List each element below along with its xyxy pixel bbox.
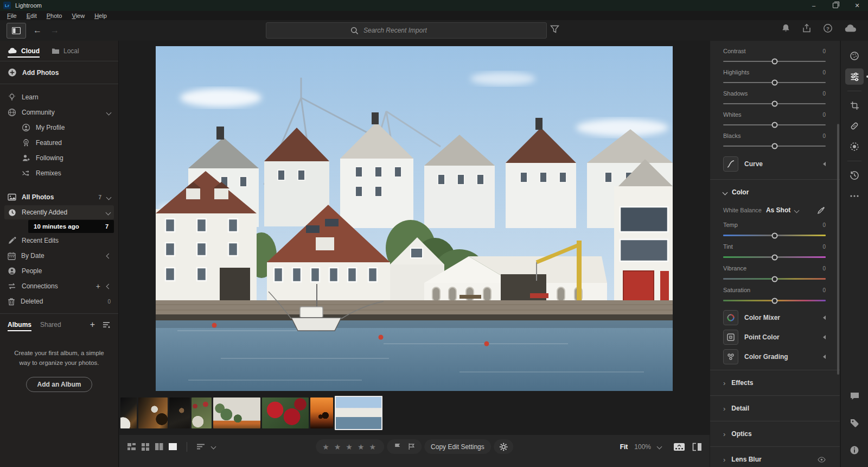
color-grading-button[interactable]: Color Grading bbox=[723, 347, 826, 367]
section-detail[interactable]: › Detail bbox=[723, 396, 826, 421]
curve-button[interactable]: Curve bbox=[723, 154, 826, 174]
versions-icon[interactable] bbox=[845, 167, 864, 184]
menu-file[interactable]: File bbox=[2, 12, 22, 19]
section-lens-blur[interactable]: › Lens Blur bbox=[723, 447, 826, 467]
sidebar-item-people[interactable]: People bbox=[0, 263, 118, 279]
star-icon[interactable]: ★ bbox=[346, 443, 354, 451]
slider-knob[interactable] bbox=[771, 122, 777, 128]
contrast-slider[interactable] bbox=[723, 61, 826, 62]
sort-icon[interactable] bbox=[196, 443, 206, 450]
minimize-button[interactable]: – bbox=[803, 0, 825, 11]
white-balance-value[interactable]: As Shot bbox=[766, 206, 790, 214]
add-album-icon[interactable]: + bbox=[90, 320, 95, 330]
sidebar-item-my-profile[interactable]: My Profile bbox=[0, 120, 118, 135]
square-grid-view-icon[interactable] bbox=[141, 443, 150, 451]
chevron-left-icon[interactable] bbox=[106, 283, 112, 289]
section-effects[interactable]: › Effects bbox=[723, 370, 826, 395]
tab-local[interactable]: Local bbox=[52, 41, 79, 61]
sidebar-item-learn[interactable]: Learn bbox=[0, 90, 118, 105]
menu-help[interactable]: Help bbox=[90, 12, 112, 19]
slider-knob[interactable] bbox=[771, 59, 777, 65]
sidebar-item-featured[interactable]: Featured bbox=[0, 135, 118, 150]
whites-slider[interactable] bbox=[723, 124, 826, 125]
expand-left-icon[interactable] bbox=[823, 315, 826, 320]
forward-arrow-button[interactable]: → bbox=[48, 23, 62, 37]
star-icon[interactable]: ★ bbox=[358, 443, 366, 451]
chevron-down-icon[interactable] bbox=[106, 210, 111, 215]
filter-icon[interactable] bbox=[550, 25, 559, 34]
compare-view-icon[interactable] bbox=[155, 443, 163, 451]
restore-button[interactable] bbox=[825, 0, 846, 11]
slider-knob[interactable] bbox=[771, 101, 777, 107]
info-icon[interactable] bbox=[845, 442, 864, 458]
sidebar-toggle-button[interactable] bbox=[7, 23, 26, 39]
sidebar-item-deleted[interactable]: Deleted 0 bbox=[0, 294, 118, 309]
chevron-down-icon[interactable] bbox=[106, 194, 112, 200]
pick-flag-icon[interactable] bbox=[393, 443, 401, 451]
before-after-icon[interactable] bbox=[692, 443, 702, 451]
slider-knob[interactable] bbox=[771, 276, 777, 282]
point-color-button[interactable]: Point Color bbox=[723, 327, 826, 347]
temp-slider[interactable] bbox=[723, 235, 826, 236]
color-section-header[interactable]: Color bbox=[723, 188, 826, 196]
filmstrip-thumbnail-4[interactable] bbox=[192, 397, 212, 428]
slider-knob[interactable] bbox=[771, 80, 777, 86]
slider-knob[interactable] bbox=[771, 254, 777, 260]
filmstrip-thumbnail-1[interactable] bbox=[120, 397, 137, 428]
cloud-sync-icon[interactable] bbox=[844, 24, 857, 33]
sidebar-item-remixes[interactable]: Remixes bbox=[0, 166, 118, 181]
filmstrip-thumbnail-7[interactable] bbox=[310, 397, 333, 428]
filmstrip-toggle-icon[interactable] bbox=[673, 443, 685, 451]
edit-sliders-icon[interactable] bbox=[845, 68, 864, 85]
eyedropper-icon[interactable] bbox=[817, 206, 826, 214]
crop-icon[interactable] bbox=[845, 97, 864, 113]
filmstrip-thumbnail-6[interactable] bbox=[262, 397, 309, 428]
sort-chevron-icon[interactable] bbox=[211, 444, 216, 450]
share-icon[interactable] bbox=[802, 23, 812, 33]
sidebar-item-by-date[interactable]: By Date bbox=[0, 248, 118, 263]
copy-edit-settings-button[interactable]: Copy Edit Settings bbox=[424, 439, 491, 454]
slider-knob[interactable] bbox=[771, 143, 777, 149]
zoom-chevron-icon[interactable] bbox=[657, 444, 662, 450]
saturation-slider[interactable] bbox=[723, 300, 826, 301]
masking-icon[interactable] bbox=[845, 138, 864, 155]
photo-viewer[interactable] bbox=[156, 46, 673, 391]
edit-settings-gear-button[interactable] bbox=[494, 439, 513, 454]
sidebar-item-recent-edits[interactable]: Recent Edits bbox=[0, 233, 118, 248]
expand-left-icon[interactable] bbox=[823, 162, 826, 166]
edit-panel-scrollbar[interactable] bbox=[837, 124, 839, 375]
reject-flag-icon[interactable] bbox=[407, 443, 415, 451]
highlights-slider[interactable] bbox=[723, 82, 826, 83]
healing-icon[interactable] bbox=[845, 118, 864, 134]
section-optics[interactable]: › Optics bbox=[723, 421, 826, 446]
notifications-bell-icon[interactable] bbox=[781, 23, 790, 33]
back-arrow-button[interactable]: ← bbox=[30, 23, 44, 37]
sidebar-item-all-photos[interactable]: All Photos 7 bbox=[0, 190, 118, 205]
sidebar-item-following[interactable]: Following bbox=[0, 150, 118, 166]
chevron-left-icon[interactable] bbox=[106, 253, 112, 258]
search-input[interactable] bbox=[362, 26, 462, 35]
slider-knob[interactable] bbox=[771, 298, 777, 304]
filmstrip-thumbnail-selected[interactable] bbox=[335, 396, 382, 430]
detail-view-icon[interactable] bbox=[168, 443, 177, 451]
zoom-level[interactable]: 100% bbox=[634, 443, 651, 451]
search-box[interactable] bbox=[266, 22, 547, 39]
star-icon[interactable]: ★ bbox=[322, 443, 331, 451]
slider-knob[interactable] bbox=[771, 232, 777, 238]
menu-edit[interactable]: Edit bbox=[22, 12, 42, 19]
presets-icon[interactable] bbox=[845, 48, 864, 64]
add-connection-icon[interactable]: + bbox=[96, 282, 100, 291]
star-rating-control[interactable]: ★ ★ ★ ★ ★ bbox=[316, 439, 384, 454]
fit-button[interactable]: Fit bbox=[620, 443, 628, 451]
tab-albums[interactable]: Albums bbox=[8, 315, 31, 335]
add-album-button[interactable]: Add an Album bbox=[26, 377, 93, 392]
close-button[interactable]: ✕ bbox=[846, 0, 868, 11]
photo-grid-view-icon[interactable] bbox=[127, 443, 136, 451]
keywords-tag-icon[interactable] bbox=[845, 415, 864, 431]
tint-slider[interactable] bbox=[723, 256, 826, 258]
help-icon[interactable]: ? bbox=[823, 23, 833, 33]
star-icon[interactable]: ★ bbox=[369, 443, 378, 451]
menu-photo[interactable]: Photo bbox=[42, 12, 67, 19]
more-options-icon[interactable] bbox=[845, 188, 864, 204]
chevron-down-icon[interactable] bbox=[106, 110, 112, 115]
